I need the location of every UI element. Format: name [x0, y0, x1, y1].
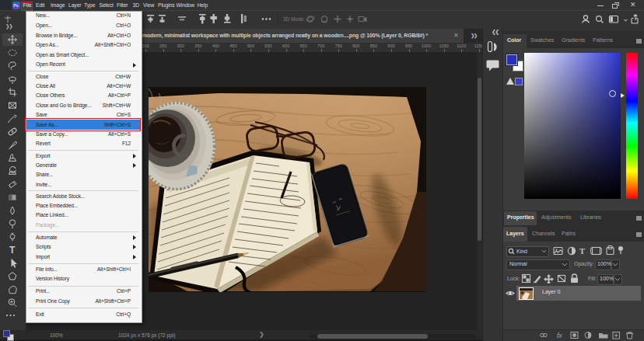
svg-text:fx: fx — [557, 332, 562, 339]
svg-text:Kind: Kind — [516, 249, 527, 254]
svg-text:3D Mode:: 3D Mode: — [283, 16, 305, 22]
svg-text:T: T — [579, 247, 585, 256]
svg-text:T: T — [9, 245, 16, 256]
